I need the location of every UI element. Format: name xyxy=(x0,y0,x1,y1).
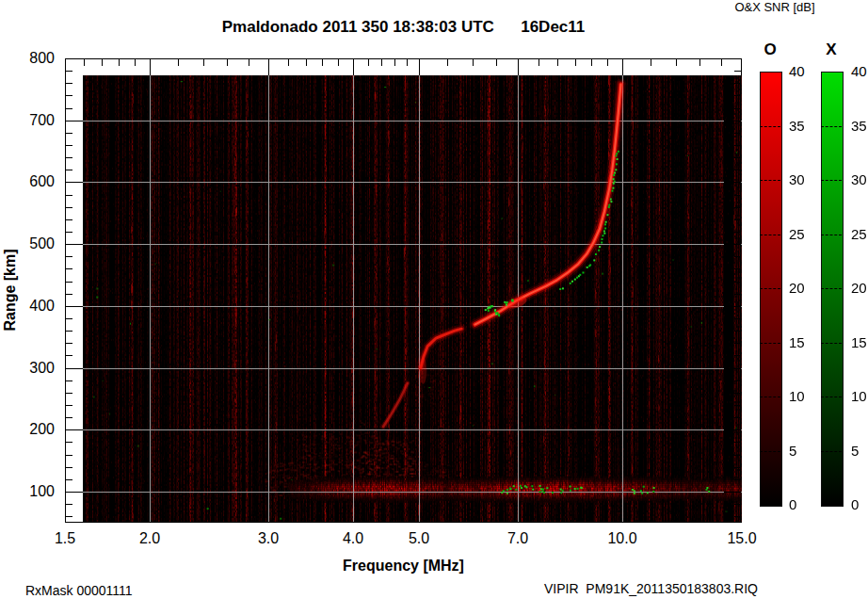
colorbar-tick-label: 25 xyxy=(851,227,868,242)
x-minor-tick xyxy=(721,59,722,66)
y-minor-tick xyxy=(734,318,741,319)
x-tick-label: 15.0 xyxy=(721,531,763,546)
y-minor-tick xyxy=(66,318,72,319)
y-major-tick xyxy=(66,306,83,307)
x-major-tick xyxy=(353,59,354,75)
colorbar-tick xyxy=(760,126,780,127)
y-tick-label: 100 xyxy=(8,484,55,499)
y-tick-label: 800 xyxy=(8,51,55,66)
x-major-tick xyxy=(268,59,269,75)
x-tick-label: 1.5 xyxy=(44,531,86,546)
y-minor-tick xyxy=(734,256,741,257)
y-minor-tick xyxy=(66,133,72,134)
y-minor-tick xyxy=(734,170,741,170)
colorbar-tick xyxy=(760,397,780,397)
y-major-tick xyxy=(66,121,83,121)
y-minor-tick xyxy=(734,504,741,505)
colorbar-tick-label: 5 xyxy=(789,444,817,459)
x-major-tick xyxy=(518,59,519,75)
x-minor-tick xyxy=(322,59,323,66)
x-minor-tick xyxy=(119,59,120,66)
y-minor-tick xyxy=(734,83,741,84)
y-minor-tick xyxy=(66,195,72,196)
y-minor-tick xyxy=(66,95,72,96)
y-major-tick xyxy=(724,121,741,121)
colorbar-tick-label: 30 xyxy=(851,172,868,187)
y-minor-tick xyxy=(734,108,741,109)
y-minor-tick xyxy=(66,417,72,418)
colorbar-tick-label: 0 xyxy=(851,497,868,512)
y-minor-tick xyxy=(66,157,72,158)
x-minor-tick xyxy=(135,59,136,66)
x-minor-tick xyxy=(178,59,179,66)
o-colorbar xyxy=(760,72,782,507)
y-minor-tick xyxy=(66,405,72,406)
colorbar-tick xyxy=(821,451,842,452)
y-major-tick xyxy=(724,492,741,493)
y-major-tick xyxy=(66,492,83,493)
x-major-tick xyxy=(150,59,151,75)
y-major-tick xyxy=(724,368,741,369)
x-minor-tick xyxy=(407,59,408,66)
x-minor-tick xyxy=(575,59,576,66)
y-minor-tick xyxy=(734,95,741,96)
y-minor-tick xyxy=(66,393,72,394)
x-minor-tick xyxy=(496,59,497,66)
y-minor-tick xyxy=(66,343,72,344)
y-major-tick xyxy=(724,429,741,430)
x-tick-label: 2.0 xyxy=(129,531,170,546)
y-minor-tick xyxy=(734,268,741,269)
x-minor-tick xyxy=(249,59,249,66)
y-minor-tick xyxy=(734,232,741,233)
colorbar-tick-label: 30 xyxy=(789,172,817,187)
x-minor-tick xyxy=(394,59,395,66)
y-major-tick xyxy=(66,182,83,183)
colorbar-tick-label: 20 xyxy=(851,281,868,296)
y-minor-tick xyxy=(66,282,72,283)
y-tick-label: 300 xyxy=(8,361,55,376)
colorbar-tick xyxy=(760,180,780,181)
datafile-text: VIPIR PM91K_2011350183803.RIQ xyxy=(544,581,758,596)
colorbar-tick xyxy=(821,126,842,127)
colorbar-tick-label: 10 xyxy=(851,389,868,404)
y-minor-tick xyxy=(734,343,741,344)
y-minor-tick xyxy=(66,331,72,332)
y-major-tick xyxy=(724,182,741,183)
y-minor-tick xyxy=(734,479,741,480)
y-minor-tick xyxy=(66,256,72,257)
x-minor-tick xyxy=(306,59,307,66)
x-tick-label: 7.0 xyxy=(497,531,538,546)
colorbar-mode-label: X xyxy=(812,40,850,59)
x-minor-tick xyxy=(538,59,539,66)
y-minor-tick xyxy=(734,380,741,381)
y-minor-tick xyxy=(734,71,741,72)
colorbar-tick-label: 40 xyxy=(789,64,817,79)
colorbar-tick xyxy=(821,343,842,344)
y-minor-tick xyxy=(734,442,741,443)
y-minor-tick xyxy=(734,294,741,295)
colorbar-tick xyxy=(760,235,780,235)
y-minor-tick xyxy=(734,207,741,208)
y-minor-tick xyxy=(66,467,72,468)
y-major-tick xyxy=(66,244,83,245)
y-minor-tick xyxy=(66,83,72,84)
y-minor-tick xyxy=(66,355,72,356)
x-major-tick xyxy=(622,59,623,75)
y-major-tick xyxy=(66,368,83,369)
y-minor-tick xyxy=(66,268,72,269)
rxmask-text: RxMask 00001111 xyxy=(25,583,133,598)
x-minor-tick xyxy=(102,59,103,66)
y-minor-tick xyxy=(734,133,741,134)
colorbar-tick xyxy=(760,451,780,452)
y-tick-label: 200 xyxy=(8,422,55,437)
plot-title: Pmaldonado 2011 350 18:38:03 UTC 16Dec11 xyxy=(65,18,742,37)
colorbar-tick-label: 40 xyxy=(851,64,868,79)
x-minor-tick xyxy=(227,59,228,66)
y-minor-tick xyxy=(734,467,741,468)
x-minor-tick xyxy=(288,59,289,66)
x-minor-tick xyxy=(447,59,448,66)
y-minor-tick xyxy=(734,405,741,406)
x-minor-tick xyxy=(699,59,700,66)
y-minor-tick xyxy=(734,393,741,394)
colorbar-tick xyxy=(821,235,842,235)
